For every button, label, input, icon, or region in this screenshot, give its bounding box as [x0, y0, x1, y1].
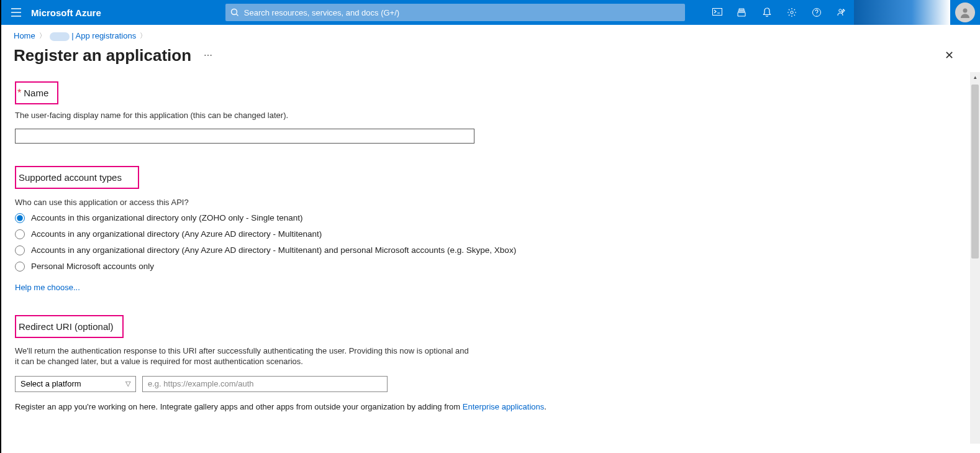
top-bar: Microsoft Azure — [1, 0, 980, 25]
redirect-uri-description: We'll return the authentication response… — [15, 345, 474, 367]
svg-point-4 — [839, 9, 842, 12]
redirect-uri-annotation: Redirect URI (optional) — [15, 315, 124, 338]
redirect-uri-heading: Redirect URI (optional) — [17, 319, 117, 334]
svg-rect-1 — [713, 9, 722, 16]
required-asterisk: * — [17, 88, 21, 98]
topbar-icons — [705, 0, 980, 25]
settings-icon[interactable] — [779, 0, 804, 25]
svg-point-2 — [791, 11, 793, 14]
name-heading: Name — [22, 85, 52, 101]
scroll-up-arrow[interactable]: ▴ — [970, 72, 980, 82]
scrollbar-thumb[interactable] — [971, 85, 979, 259]
radio-single-tenant[interactable] — [15, 213, 25, 223]
account-types-heading: Supported account types — [17, 170, 125, 185]
svg-point-0 — [231, 9, 237, 15]
menu-icon — [11, 8, 21, 17]
person-icon — [959, 6, 971, 19]
account-type-label: Accounts in this organizational director… — [31, 213, 302, 222]
account-type-option-3[interactable]: Personal Microsoft accounts only — [15, 262, 966, 272]
page-header: Register an application ⋯ ✕ — [1, 43, 980, 69]
vertical-scrollbar[interactable]: ▴ — [970, 72, 980, 444]
account-strip — [854, 0, 950, 25]
platform-select-value: Select a platform — [20, 379, 81, 388]
close-icon[interactable]: ✕ — [942, 46, 956, 65]
chevron-right-icon: 〉 — [140, 31, 147, 40]
search-container — [225, 4, 685, 21]
chevron-right-icon: 〉 — [39, 31, 46, 40]
content-area: *Name The user-facing display name for t… — [1, 69, 980, 451]
svg-point-5 — [963, 9, 968, 13]
breadcrumb: Home 〉 | App registrations 〉 — [1, 25, 980, 43]
redirect-uri-row: Select a platform ▽ — [15, 376, 966, 392]
radio-personal-only[interactable] — [15, 262, 25, 272]
breadcrumb-home[interactable]: Home — [14, 31, 35, 40]
radio-multitenant-personal[interactable] — [15, 245, 25, 255]
cloud-shell-icon[interactable] — [705, 0, 730, 25]
chevron-down-icon: ▽ — [125, 380, 130, 388]
help-me-choose-link[interactable]: Help me choose... — [15, 283, 80, 292]
notifications-icon[interactable] — [755, 0, 779, 25]
account-type-option-1[interactable]: Accounts in any organizational directory… — [15, 229, 966, 239]
feedback-icon[interactable] — [829, 0, 854, 25]
help-icon[interactable] — [804, 0, 829, 25]
account-type-label: Accounts in any organizational directory… — [31, 229, 322, 239]
directories-icon[interactable] — [730, 0, 755, 25]
enterprise-applications-link[interactable]: Enterprise applications — [463, 402, 545, 411]
page-title: Register an application — [14, 46, 191, 65]
brand-label: Microsoft Azure — [31, 7, 114, 18]
account-type-option-2[interactable]: Accounts in any organizational directory… — [15, 245, 966, 255]
account-avatar[interactable] — [955, 2, 975, 22]
more-menu[interactable]: ⋯ — [204, 50, 213, 60]
account-types-question: Who can use this application or access t… — [15, 198, 966, 207]
account-type-label: Accounts in any organizational directory… — [31, 245, 516, 255]
search-icon — [230, 8, 239, 17]
radio-multitenant[interactable] — [15, 229, 25, 239]
name-description: The user-facing display name for this ap… — [15, 111, 966, 120]
account-type-option-0[interactable]: Accounts in this organizational director… — [15, 213, 966, 223]
redirect-uri-input[interactable] — [142, 376, 388, 392]
platform-select[interactable]: Select a platform ▽ — [15, 376, 136, 392]
hamburger-menu[interactable] — [1, 0, 31, 25]
breadcrumb-tenant[interactable]: | App registrations — [50, 31, 136, 41]
register-note: Register an app you're working on here. … — [15, 402, 966, 411]
name-heading-annotation: *Name — [15, 81, 58, 104]
display-name-input[interactable] — [15, 129, 474, 144]
account-type-label: Personal Microsoft accounts only — [31, 262, 154, 271]
search-input[interactable] — [225, 4, 685, 21]
account-types-annotation: Supported account types — [15, 166, 139, 189]
